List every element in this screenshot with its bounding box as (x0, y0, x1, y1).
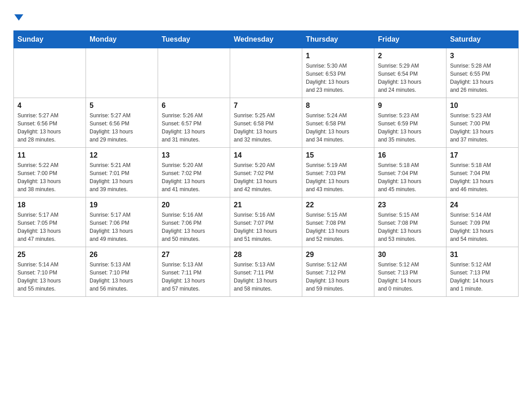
day-number: 3 (450, 52, 515, 60)
day-number: 13 (162, 151, 226, 159)
day-info: Sunrise: 5:13 AM Sunset: 7:11 PM Dayligh… (162, 261, 226, 293)
calendar-cell-3-1: 11Sunrise: 5:22 AM Sunset: 7:00 PM Dayli… (14, 148, 86, 197)
calendar-cell-1-2 (86, 48, 158, 98)
calendar-cell-4-6: 23Sunrise: 5:15 AM Sunset: 7:08 PM Dayli… (374, 197, 446, 247)
calendar-cell-5-1: 25Sunrise: 5:14 AM Sunset: 7:10 PM Dayli… (14, 247, 86, 297)
day-info: Sunrise: 5:29 AM Sunset: 6:54 PM Dayligh… (378, 62, 442, 94)
day-info: Sunrise: 5:22 AM Sunset: 7:00 PM Dayligh… (17, 161, 82, 193)
weekday-header-row: SundayMondayTuesdayWednesdayThursdayFrid… (14, 31, 519, 48)
day-info: Sunrise: 5:12 AM Sunset: 7:12 PM Dayligh… (306, 261, 370, 293)
day-number: 30 (378, 251, 442, 259)
weekday-header-tuesday: Tuesday (158, 31, 230, 48)
logo-triangle-icon (14, 14, 23, 21)
calendar-cell-3-2: 12Sunrise: 5:21 AM Sunset: 7:01 PM Dayli… (86, 148, 158, 197)
calendar-cell-1-4 (230, 48, 302, 98)
calendar-cell-2-1: 4Sunrise: 5:27 AM Sunset: 6:56 PM Daylig… (14, 98, 86, 148)
week-row-3: 11Sunrise: 5:22 AM Sunset: 7:00 PM Dayli… (14, 148, 519, 197)
day-info: Sunrise: 5:20 AM Sunset: 7:02 PM Dayligh… (234, 161, 298, 193)
day-number: 1 (306, 52, 370, 60)
weekday-header-thursday: Thursday (302, 31, 374, 48)
calendar-cell-3-6: 16Sunrise: 5:18 AM Sunset: 7:04 PM Dayli… (374, 148, 446, 197)
calendar-cell-3-4: 14Sunrise: 5:20 AM Sunset: 7:02 PM Dayli… (230, 148, 302, 197)
day-info: Sunrise: 5:20 AM Sunset: 7:02 PM Dayligh… (162, 161, 226, 193)
calendar-cell-4-5: 22Sunrise: 5:15 AM Sunset: 7:08 PM Dayli… (302, 197, 374, 247)
day-info: Sunrise: 5:17 AM Sunset: 7:06 PM Dayligh… (90, 211, 154, 243)
day-number: 29 (306, 251, 370, 259)
day-number: 2 (378, 52, 442, 60)
day-number: 8 (306, 102, 370, 110)
day-info: Sunrise: 5:12 AM Sunset: 7:13 PM Dayligh… (378, 261, 442, 293)
weekday-header-friday: Friday (374, 31, 446, 48)
calendar-cell-3-3: 13Sunrise: 5:20 AM Sunset: 7:02 PM Dayli… (158, 148, 230, 197)
calendar-cell-4-1: 18Sunrise: 5:17 AM Sunset: 7:05 PM Dayli… (14, 197, 86, 247)
day-info: Sunrise: 5:15 AM Sunset: 7:08 PM Dayligh… (306, 211, 370, 243)
day-info: Sunrise: 5:18 AM Sunset: 7:04 PM Dayligh… (378, 161, 442, 193)
day-number: 6 (162, 102, 226, 110)
day-info: Sunrise: 5:19 AM Sunset: 7:03 PM Dayligh… (306, 161, 370, 193)
weekday-header-sunday: Sunday (14, 31, 86, 48)
day-info: Sunrise: 5:14 AM Sunset: 7:09 PM Dayligh… (450, 211, 515, 243)
day-number: 24 (450, 201, 515, 209)
day-number: 18 (17, 201, 82, 209)
calendar-cell-4-7: 24Sunrise: 5:14 AM Sunset: 7:09 PM Dayli… (446, 197, 519, 247)
calendar-cell-5-4: 28Sunrise: 5:13 AM Sunset: 7:11 PM Dayli… (230, 247, 302, 297)
calendar-cell-5-2: 26Sunrise: 5:13 AM Sunset: 7:10 PM Dayli… (86, 247, 158, 297)
day-info: Sunrise: 5:16 AM Sunset: 7:07 PM Dayligh… (234, 211, 298, 243)
calendar-cell-3-7: 17Sunrise: 5:18 AM Sunset: 7:04 PM Dayli… (446, 148, 519, 197)
day-number: 25 (17, 251, 82, 259)
day-info: Sunrise: 5:16 AM Sunset: 7:06 PM Dayligh… (162, 211, 226, 243)
week-row-2: 4Sunrise: 5:27 AM Sunset: 6:56 PM Daylig… (14, 98, 519, 148)
day-info: Sunrise: 5:25 AM Sunset: 6:58 PM Dayligh… (234, 111, 298, 144)
calendar-cell-1-1 (14, 48, 86, 98)
day-number: 23 (378, 201, 442, 209)
weekday-header-wednesday: Wednesday (230, 31, 302, 48)
day-number: 4 (17, 102, 82, 110)
day-info: Sunrise: 5:18 AM Sunset: 7:04 PM Dayligh… (450, 161, 515, 193)
day-info: Sunrise: 5:27 AM Sunset: 6:56 PM Dayligh… (90, 111, 154, 144)
calendar-cell-5-7: 31Sunrise: 5:12 AM Sunset: 7:13 PM Dayli… (446, 247, 519, 297)
calendar-cell-4-3: 20Sunrise: 5:16 AM Sunset: 7:06 PM Dayli… (158, 197, 230, 247)
calendar-cell-2-3: 6Sunrise: 5:26 AM Sunset: 6:57 PM Daylig… (158, 98, 230, 148)
day-number: 19 (90, 201, 154, 209)
calendar-cell-2-5: 8Sunrise: 5:24 AM Sunset: 6:58 PM Daylig… (302, 98, 374, 148)
calendar-cell-4-4: 21Sunrise: 5:16 AM Sunset: 7:07 PM Dayli… (230, 197, 302, 247)
day-number: 11 (17, 151, 82, 159)
day-number: 22 (306, 201, 370, 209)
day-number: 27 (162, 251, 226, 259)
day-number: 26 (90, 251, 154, 259)
week-row-4: 18Sunrise: 5:17 AM Sunset: 7:05 PM Dayli… (14, 197, 519, 247)
calendar-cell-5-3: 27Sunrise: 5:13 AM Sunset: 7:11 PM Dayli… (158, 247, 230, 297)
calendar-cell-5-6: 30Sunrise: 5:12 AM Sunset: 7:13 PM Dayli… (374, 247, 446, 297)
day-info: Sunrise: 5:17 AM Sunset: 7:05 PM Dayligh… (17, 211, 82, 243)
day-info: Sunrise: 5:23 AM Sunset: 6:59 PM Dayligh… (378, 111, 442, 144)
day-info: Sunrise: 5:23 AM Sunset: 7:00 PM Dayligh… (450, 111, 515, 144)
day-number: 14 (234, 151, 298, 159)
calendar-cell-1-7: 3Sunrise: 5:28 AM Sunset: 6:55 PM Daylig… (446, 48, 519, 98)
weekday-header-monday: Monday (86, 31, 158, 48)
day-info: Sunrise: 5:30 AM Sunset: 6:53 PM Dayligh… (306, 62, 370, 94)
day-info: Sunrise: 5:24 AM Sunset: 6:58 PM Dayligh… (306, 111, 370, 144)
day-number: 7 (234, 102, 298, 110)
calendar-cell-2-6: 9Sunrise: 5:23 AM Sunset: 6:59 PM Daylig… (374, 98, 446, 148)
calendar-table: SundayMondayTuesdayWednesdayThursdayFrid… (13, 30, 519, 297)
day-info: Sunrise: 5:28 AM Sunset: 6:55 PM Dayligh… (450, 62, 515, 94)
day-number: 21 (234, 201, 298, 209)
calendar-cell-1-6: 2Sunrise: 5:29 AM Sunset: 6:54 PM Daylig… (374, 48, 446, 98)
page-header (13, 9, 519, 21)
week-row-1: 1Sunrise: 5:30 AM Sunset: 6:53 PM Daylig… (14, 48, 519, 98)
day-info: Sunrise: 5:13 AM Sunset: 7:10 PM Dayligh… (90, 261, 154, 293)
logo-general-row (13, 9, 23, 21)
day-number: 15 (306, 151, 370, 159)
day-number: 31 (450, 251, 515, 259)
day-info: Sunrise: 5:26 AM Sunset: 6:57 PM Dayligh… (162, 111, 226, 144)
day-number: 5 (90, 102, 154, 110)
weekday-header-saturday: Saturday (446, 31, 519, 48)
calendar-cell-2-7: 10Sunrise: 5:23 AM Sunset: 7:00 PM Dayli… (446, 98, 519, 148)
calendar-cell-4-2: 19Sunrise: 5:17 AM Sunset: 7:06 PM Dayli… (86, 197, 158, 247)
day-info: Sunrise: 5:13 AM Sunset: 7:11 PM Dayligh… (234, 261, 298, 293)
day-number: 17 (450, 151, 515, 159)
day-info: Sunrise: 5:14 AM Sunset: 7:10 PM Dayligh… (17, 261, 82, 293)
day-info: Sunrise: 5:27 AM Sunset: 6:56 PM Dayligh… (17, 111, 82, 144)
calendar-cell-1-3 (158, 48, 230, 98)
calendar-cell-1-5: 1Sunrise: 5:30 AM Sunset: 6:53 PM Daylig… (302, 48, 374, 98)
